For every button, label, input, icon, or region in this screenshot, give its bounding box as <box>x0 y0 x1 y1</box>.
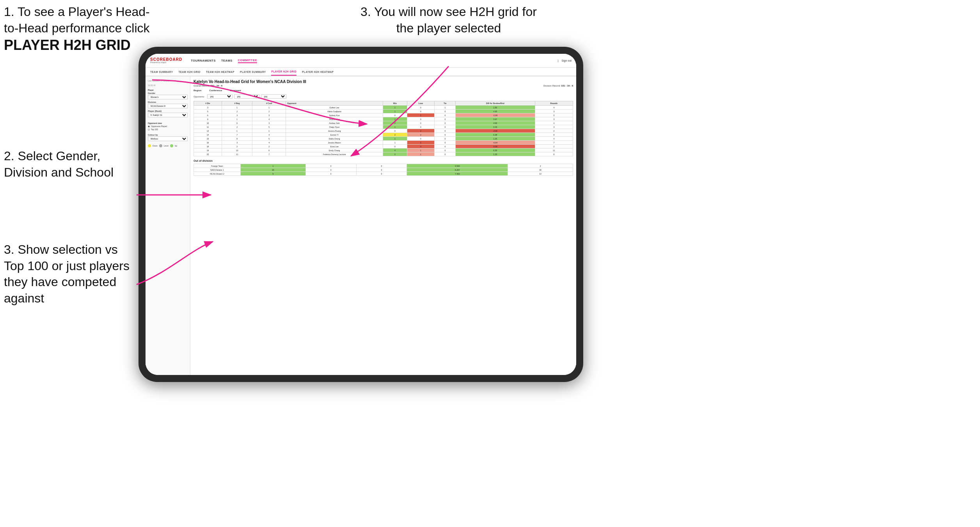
cell-name: Jessica Mason <box>286 141 383 145</box>
cell-rounds: 4 <box>535 106 573 110</box>
cell-reg: 3 <box>222 113 252 117</box>
cell-rounds: 6 <box>535 152 573 156</box>
app-header: SCOREBOARD Powered by clippd TOURNAMENTS… <box>146 54 576 68</box>
table-row: 20 11 7 Federica Domecq Lacroze 2 1 0 1.… <box>194 152 573 156</box>
radio-dot-opponents <box>148 126 150 127</box>
record-row: Overall Record: 353 - 34 - 6 Division Re… <box>194 85 573 87</box>
tablet-screen: SCOREBOARD Powered by clippd TOURNAMENTS… <box>146 54 576 375</box>
cell-tie: 0 <box>435 133 456 137</box>
cell-loss: 0 <box>407 106 435 110</box>
radio-label-opponents: Opponents Played <box>151 125 167 127</box>
cell-conf: 1 <box>252 129 286 133</box>
player-rank-select[interactable]: 8. Katelyn Vo <box>148 113 188 117</box>
cell-rounds: 4 <box>535 137 573 141</box>
cell-loss: 0 <box>407 110 435 113</box>
opponent-select[interactable]: (All) <box>261 94 286 99</box>
sub-nav-player-h2h[interactable]: PLAYER H2H GRID <box>271 68 296 76</box>
table-row: 10 6 3 Andrea York 2 0 0 4.00 4 <box>194 121 573 125</box>
cell-tie: 1 <box>435 106 456 110</box>
cell-rounds: 2 <box>535 145 573 149</box>
region-select[interactable]: (All) <box>207 94 233 99</box>
instruction-step1: 1. To see a Player's Head-to-Head perfor… <box>4 4 152 55</box>
instruction-step3-top: 3. You will now see H2H grid for the pla… <box>351 4 546 36</box>
sidebar: Last Updated: 27/03/2024 16:55:30 Player… <box>146 76 190 375</box>
cell-div: 10 <box>194 121 222 125</box>
colour-section: Colour by Win/loss Down Level Up <box>148 134 188 147</box>
table-row: 16 3 4 Jessica Mason 1 2 0 -0.94 7 <box>194 141 573 145</box>
cell-reg: 1 <box>222 106 252 110</box>
conference-filter: Conference <box>209 89 222 92</box>
out-table-row: NCAA Division 2 5 0 0 7.400 10 <box>194 172 573 176</box>
cell-conf: 1 <box>252 106 286 110</box>
cell-name: Andrea York <box>286 121 383 125</box>
cell-diff: -3.00 <box>456 129 535 133</box>
colour-by-select[interactable]: Win/loss <box>148 136 188 141</box>
cell-div: 6 <box>194 113 222 117</box>
cell-name: Sharon Mun <box>286 117 383 121</box>
cell-name: Euna Lee <box>286 145 383 149</box>
cell-reg: 3 <box>222 141 252 145</box>
col-win: Win <box>383 101 407 106</box>
conference-select[interactable]: (All) <box>234 94 259 99</box>
radio-top100[interactable]: Top 100 <box>148 128 188 131</box>
radio-opponents-played[interactable]: Opponents Played <box>148 125 188 127</box>
cell-conf: 7 <box>252 152 286 156</box>
table-row: 15 8 5 Stella Cheng 1 0 0 1.25 4 <box>194 137 573 141</box>
colour-dot-level <box>159 144 162 147</box>
cell-tie: 0 <box>435 137 456 141</box>
gender-label: Gender <box>148 92 188 94</box>
cell-div: 14 <box>194 133 222 137</box>
out-cell-tie: 0 <box>356 164 407 168</box>
cell-win: 2 <box>383 121 407 125</box>
sub-nav-player-heatmap[interactable]: PLAYER H2H HEATMAP <box>302 68 334 76</box>
cell-loss: 1 <box>407 113 435 117</box>
cell-diff: 0.38 <box>456 133 535 137</box>
division-label: Division <box>148 101 188 103</box>
cell-conf: 3 <box>252 121 286 125</box>
sub-nav-team-h2h[interactable]: TEAM H2H GRID <box>178 68 200 76</box>
sub-nav-team-summary[interactable]: TEAM SUMMARY <box>150 68 173 76</box>
cell-tie: 0 <box>435 125 456 129</box>
cell-win: 0 <box>383 129 407 133</box>
cell-win: 1 <box>383 141 407 145</box>
out-division-table: Foreign Team 1 0 0 4.500 2 NAIA Division… <box>194 164 573 176</box>
out-cell-diff: 4.500 <box>407 164 508 168</box>
gender-select[interactable]: Women's <box>148 95 188 99</box>
instruction-step2: 2. Select Gender, Division and School <box>4 148 137 180</box>
cell-win: 1 <box>383 117 407 121</box>
nav-teams[interactable]: TEAMS <box>221 59 233 62</box>
out-cell-loss: 0 <box>305 172 356 176</box>
nav-committee[interactable]: COMMITTEE <box>238 58 257 63</box>
table-row: 14 7 4 Eunice Yi 2 2 0 0.38 9 <box>194 133 573 137</box>
sub-nav-team-heatmap[interactable]: TEAM H2H HEATMAP <box>206 68 234 76</box>
cell-diff: 1.25 <box>456 137 535 141</box>
out-table-row: Foreign Team 1 0 0 4.500 2 <box>194 164 573 168</box>
cell-conf: 2 <box>252 145 286 149</box>
colour-down-label: Down <box>153 145 158 147</box>
division-select[interactable]: NCAA Division III <box>148 104 188 108</box>
opponents-label: Opponents: <box>194 95 204 98</box>
colour-up-label: Up <box>175 145 177 147</box>
cell-div: 15 <box>194 137 222 141</box>
cell-div: 11 <box>194 125 222 129</box>
sign-out-link[interactable]: Sign out <box>561 59 572 62</box>
cell-name: Emily Chang <box>286 149 383 152</box>
cell-conf: 3 <box>252 113 286 117</box>
sub-nav-player-summary[interactable]: PLAYER SUMMARY <box>240 68 266 76</box>
sub-nav: TEAM SUMMARY TEAM H2H GRID TEAM H2H HEAT… <box>146 68 576 76</box>
cell-win: 0 <box>383 113 407 117</box>
radio-label-top100: Top 100 <box>151 128 158 131</box>
cell-reg: 1 <box>222 117 252 121</box>
cell-conf: 4 <box>252 117 286 121</box>
out-cell-rounds: 2 <box>508 164 573 168</box>
cell-diff: 4.00 <box>456 121 535 125</box>
out-cell-diff: 7.400 <box>407 172 508 176</box>
region-filter: Region <box>194 89 201 92</box>
cell-div: 19 <box>194 149 222 152</box>
nav-tournaments[interactable]: TOURNAMENTS <box>191 59 216 62</box>
out-table-row: NAIA Division 1 15 0 0 9.267 30 <box>194 168 573 172</box>
header-right: | Sign out <box>557 59 572 62</box>
cell-rounds: 7 <box>535 141 573 145</box>
out-cell-tie: 0 <box>356 172 407 176</box>
cell-tie: 0 <box>435 110 456 113</box>
